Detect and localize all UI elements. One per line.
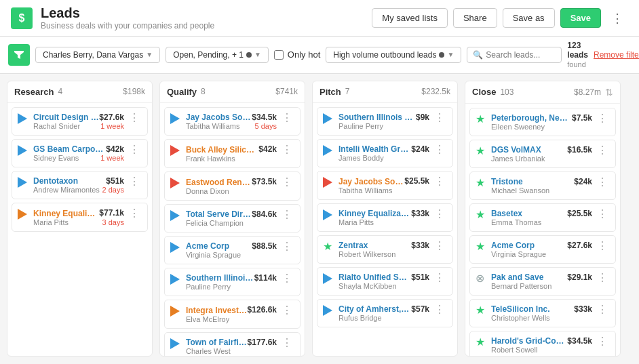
card-menu-button[interactable]: ⋮ [433, 176, 447, 187]
filter-owner-chip[interactable]: Charles Berry, Dana Vargas ▼ [35, 47, 160, 63]
only-hot-filter[interactable]: Only hot [274, 49, 320, 60]
card-item[interactable]: Dentotaxon $51k Andrew Miramontes 2 days… [12, 171, 148, 199]
card-item[interactable]: Eastwood Rene...🔥 $73.5k Donna Dixon ⋮ [164, 171, 301, 201]
card-menu-button[interactable]: ⋮ [280, 144, 294, 155]
card-name: Intelli Wealth Group [338, 144, 411, 154]
card-menu-button[interactable]: ⋮ [280, 338, 294, 348]
card-item[interactable]: ★ Acme Corp $27.6k Virginia Sprague ⋮ [469, 235, 616, 264]
card-top: Rialto Unified School ... $51k Shayla Mc… [323, 272, 447, 290]
card-menu-button[interactable]: ⋮ [128, 113, 142, 123]
card-top: ⊗ Pak and Save $29.1k Bernard Patterson … [476, 272, 610, 290]
card-stage-icon: ★ [476, 209, 488, 222]
filter-icon-button[interactable] [8, 44, 30, 66]
card-menu-button[interactable]: ⋮ [433, 272, 447, 283]
card-amount: $9k [416, 113, 429, 122]
card-stage-icon [18, 209, 30, 221]
card-menu-button[interactable]: ⋮ [596, 145, 610, 156]
card-menu-button[interactable]: ⋮ [128, 144, 142, 155]
filter-volume-chip[interactable]: High volume outbound leads ▼ [326, 47, 461, 63]
sort-icon[interactable]: ⇅ [605, 87, 613, 98]
card-menu-button[interactable]: ⋮ [596, 113, 610, 124]
card-stage-icon [323, 145, 335, 157]
card-menu-button[interactable]: ⋮ [280, 177, 294, 188]
card-item[interactable]: ★ Tristone $24k Michael Swanson ⋮ [469, 171, 616, 200]
card-top: Dentotaxon $51k Andrew Miramontes 2 days… [18, 176, 142, 194]
card-item[interactable]: ⊗ Pak and Save $29.1k Bernard Patterson … [469, 267, 616, 296]
card-item[interactable]: Integra Invest...🔥 $126.6k Elva McElroy … [164, 300, 301, 329]
card-menu-button[interactable]: ⋮ [433, 209, 447, 220]
card-main: City of Amherst, MA $57k Rufus Bridge [338, 304, 429, 322]
card-menu-button[interactable]: ⋮ [280, 305, 294, 316]
remove-filters-button[interactable]: Remove filters [594, 50, 639, 60]
card-item[interactable]: GS Beam Carport Desi... $42k Sidney Evan… [12, 139, 148, 167]
toolbar: Charles Berry, Dana Vargas ▼ Open, Pendi… [0, 37, 639, 74]
column-body: Circuit Design & Inst... $27.6k Rachal S… [7, 103, 152, 356]
column-title: Close [472, 87, 496, 97]
card-item[interactable]: Total Serve Direct C... $84.6k Felicia C… [164, 204, 301, 232]
card-menu-button[interactable]: ⋮ [280, 273, 294, 284]
card-item[interactable]: Kinney Equaliz...🔥 $77.1k Maria Pitts 3 … [12, 203, 148, 232]
column-header-pitch: Pitch 7 $232.5k [313, 81, 457, 103]
card-item[interactable]: Acme Corp $88.5k Virginia Sprague ⋮ [164, 236, 301, 264]
card-item[interactable]: ★ DGS VolMAX $16.5k James Urbaniak ⋮ [469, 140, 616, 168]
results-count: 123 leads [567, 41, 588, 60]
card-menu-button[interactable]: ⋮ [433, 144, 447, 155]
card-menu-button[interactable]: ⋮ [128, 208, 142, 219]
only-hot-checkbox[interactable] [274, 50, 284, 60]
card-main: Total Serve Direct C... $84.6k Felicia C… [186, 209, 277, 227]
filter-status-chip[interactable]: Open, Pending, + 1 ▼ [166, 47, 269, 63]
card-item[interactable]: Southern Illinois Solar $114k Pauline Pe… [164, 268, 301, 296]
more-options-button[interactable]: ⋮ [606, 7, 628, 29]
card-name: Kinney Equaliz...🔥 [33, 208, 99, 218]
share-button[interactable]: Share [453, 8, 497, 28]
filter-volume-label: High volume outbound leads [333, 50, 436, 60]
card-menu-button[interactable]: ⋮ [433, 241, 447, 251]
card-name: Southern Illinois Solar [338, 113, 416, 122]
card-item[interactable]: Circuit Design & Inst... $27.6k Rachal S… [12, 107, 148, 136]
card-item[interactable]: Rialto Unified School ... $51k Shayla Mc… [317, 267, 453, 296]
card-amount: $177.6k [248, 338, 277, 347]
save-button[interactable]: Save [560, 8, 601, 28]
card-item[interactable]: Town of Fairfield, ... $177.6k Charles W… [164, 332, 301, 356]
save-as-button[interactable]: Save as [503, 8, 555, 28]
card-menu-button[interactable]: ⋮ [433, 304, 447, 315]
card-main: Eastwood Rene...🔥 $73.5k Donna Dixon [186, 177, 277, 195]
card-item[interactable]: Buck Alley Silicon🔥 $42k Frank Hawkins ⋮ [164, 139, 301, 168]
card-item[interactable]: Kinney Equalization $33k Maria Pitts ⋮ [317, 203, 453, 232]
my-saved-lists-button[interactable]: My saved lists [372, 8, 448, 28]
card-item[interactable]: ★ TeleSilicon Inc. $33k Christopher Well… [469, 299, 616, 327]
card-top: Southern Illinois Solar $9k Pauline Perr… [323, 113, 447, 130]
search-input[interactable] [486, 50, 556, 60]
card-amount: $16.5k [567, 145, 592, 155]
card-item[interactable]: Jay Jacobs Solar Ce... $34.5k Tabitha Wi… [164, 107, 301, 136]
column-header-research: Research 4 $198k [7, 81, 152, 103]
card-menu-button[interactable]: ⋮ [596, 177, 610, 188]
card-item[interactable]: ★ Peterborough, New ... $7.5k Eileen Swe… [469, 108, 616, 136]
card-menu-button[interactable]: ⋮ [596, 272, 610, 283]
card-item[interactable]: City of Amherst, MA $57k Rufus Bridge ⋮ [317, 299, 453, 327]
card-amount: $88.5k [252, 241, 277, 251]
card-menu-button[interactable]: ⋮ [596, 304, 610, 315]
card-item[interactable]: ★ Basetex $25.5k Emma Thomas ⋮ [469, 203, 616, 232]
card-top: ★ TeleSilicon Inc. $33k Christopher Well… [476, 304, 610, 322]
card-menu-button[interactable]: ⋮ [280, 209, 294, 220]
card-time: 2 days [102, 186, 124, 194]
card-amount: $27.6k [567, 241, 592, 250]
search-icon: 🔍 [473, 50, 483, 60]
card-item[interactable]: Intelli Wealth Group $24k James Boddy ⋮ [317, 139, 453, 167]
card-top: ★ Harold's Grid-Conn... $34.5k Robert So… [476, 336, 610, 354]
card-item[interactable]: ★ Zentrax $33k Robert Wilkerson ⋮ [317, 235, 453, 264]
card-person: Virginia Sprague [186, 251, 241, 259]
card-item[interactable]: ★ Harold's Grid-Conn... $34.5k Robert So… [469, 331, 616, 356]
card-menu-button[interactable]: ⋮ [596, 336, 610, 347]
card-menu-button[interactable]: ⋮ [128, 176, 142, 187]
card-name: Town of Fairfield, ... [186, 338, 248, 347]
card-menu-button[interactable]: ⋮ [596, 241, 610, 251]
card-menu-button[interactable]: ⋮ [433, 113, 447, 123]
card-item[interactable]: Southern Illinois Solar $9k Pauline Perr… [317, 107, 453, 136]
card-item[interactable]: Jay Jacobs Sola...🔥 $25.5k Tabitha Willi… [317, 171, 453, 200]
card-stage-icon [170, 113, 182, 125]
card-menu-button[interactable]: ⋮ [280, 241, 294, 252]
card-menu-button[interactable]: ⋮ [596, 209, 610, 220]
card-menu-button[interactable]: ⋮ [280, 113, 294, 123]
